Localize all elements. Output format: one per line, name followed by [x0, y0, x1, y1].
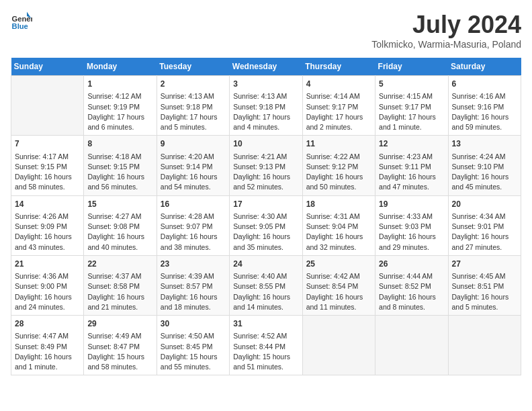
day-info: Sunrise: 4:22 AM Sunset: 9:12 PM Dayligh…	[306, 152, 371, 193]
day-info: Sunrise: 4:36 AM Sunset: 9:00 PM Dayligh…	[15, 271, 80, 312]
day-number: 6	[452, 79, 517, 90]
day-number: 3	[233, 79, 298, 90]
day-number: 7	[15, 138, 80, 150]
calendar-cell: 17Sunrise: 4:30 AM Sunset: 9:05 PM Dayli…	[230, 195, 302, 255]
calendar-week-row: 7Sunrise: 4:17 AM Sunset: 9:15 PM Daylig…	[11, 136, 521, 195]
day-info: Sunrise: 4:23 AM Sunset: 9:11 PM Dayligh…	[379, 152, 444, 193]
calendar-cell	[11, 76, 84, 136]
day-info: Sunrise: 4:13 AM Sunset: 9:18 PM Dayligh…	[233, 91, 298, 132]
calendar-cell: 4Sunrise: 4:14 AM Sunset: 9:17 PM Daylig…	[302, 76, 375, 136]
calendar-cell: 14Sunrise: 4:26 AM Sunset: 9:09 PM Dayli…	[11, 195, 84, 255]
calendar-cell: 13Sunrise: 4:24 AM Sunset: 9:10 PM Dayli…	[448, 136, 521, 195]
day-number: 4	[306, 79, 371, 90]
day-info: Sunrise: 4:14 AM Sunset: 9:17 PM Dayligh…	[306, 91, 371, 132]
day-info: Sunrise: 4:50 AM Sunset: 8:45 PM Dayligh…	[161, 331, 226, 372]
day-number: 2	[161, 79, 226, 90]
calendar-cell	[448, 316, 521, 375]
calendar-cell: 31Sunrise: 4:52 AM Sunset: 8:44 PM Dayli…	[230, 316, 302, 375]
calendar-cell: 15Sunrise: 4:27 AM Sunset: 9:08 PM Dayli…	[84, 195, 157, 255]
calendar-cell: 11Sunrise: 4:22 AM Sunset: 9:12 PM Dayli…	[302, 136, 375, 195]
day-number: 15	[87, 199, 152, 210]
day-info: Sunrise: 4:27 AM Sunset: 9:08 PM Dayligh…	[87, 212, 152, 253]
calendar-cell: 30Sunrise: 4:50 AM Sunset: 8:45 PM Dayli…	[157, 316, 229, 375]
day-info: Sunrise: 4:17 AM Sunset: 9:15 PM Dayligh…	[15, 152, 80, 193]
day-info: Sunrise: 4:52 AM Sunset: 8:44 PM Dayligh…	[233, 331, 298, 372]
calendar-cell: 22Sunrise: 4:37 AM Sunset: 8:58 PM Dayli…	[84, 255, 157, 315]
day-info: Sunrise: 4:15 AM Sunset: 9:17 PM Dayligh…	[379, 91, 444, 132]
day-info: Sunrise: 4:21 AM Sunset: 9:13 PM Dayligh…	[233, 152, 298, 193]
day-info: Sunrise: 4:39 AM Sunset: 8:57 PM Dayligh…	[161, 271, 226, 312]
calendar-cell: 21Sunrise: 4:36 AM Sunset: 9:00 PM Dayli…	[11, 255, 84, 315]
day-info: Sunrise: 4:28 AM Sunset: 9:07 PM Dayligh…	[161, 212, 226, 253]
calendar-cell: 6Sunrise: 4:16 AM Sunset: 9:16 PM Daylig…	[448, 76, 521, 136]
day-info: Sunrise: 4:30 AM Sunset: 9:05 PM Dayligh…	[233, 212, 298, 253]
day-number: 9	[161, 138, 226, 150]
calendar-cell: 7Sunrise: 4:17 AM Sunset: 9:15 PM Daylig…	[11, 136, 84, 195]
day-info: Sunrise: 4:16 AM Sunset: 9:16 PM Dayligh…	[452, 91, 517, 132]
day-number: 18	[306, 199, 371, 210]
day-info: Sunrise: 4:24 AM Sunset: 9:10 PM Dayligh…	[452, 152, 517, 193]
day-header-monday: Monday	[84, 58, 157, 76]
location-subtitle: Tolkmicko, Warmia-Masuria, Poland	[371, 39, 521, 50]
calendar-header-row: SundayMondayTuesdayWednesdayThursdayFrid…	[11, 58, 521, 76]
calendar-cell: 18Sunrise: 4:31 AM Sunset: 9:04 PM Dayli…	[302, 195, 375, 255]
day-info: Sunrise: 4:37 AM Sunset: 8:58 PM Dayligh…	[87, 271, 152, 312]
day-number: 5	[379, 79, 444, 90]
day-number: 23	[161, 259, 226, 270]
day-number: 26	[379, 259, 444, 270]
day-header-sunday: Sunday	[11, 58, 84, 76]
calendar-cell: 20Sunrise: 4:34 AM Sunset: 9:01 PM Dayli…	[448, 195, 521, 255]
day-info: Sunrise: 4:34 AM Sunset: 9:01 PM Dayligh…	[452, 212, 517, 253]
day-info: Sunrise: 4:47 AM Sunset: 8:49 PM Dayligh…	[15, 331, 80, 372]
day-number: 13	[452, 138, 517, 150]
calendar-cell: 19Sunrise: 4:33 AM Sunset: 9:03 PM Dayli…	[375, 195, 448, 255]
day-info: Sunrise: 4:13 AM Sunset: 9:18 PM Dayligh…	[161, 91, 226, 132]
day-number: 20	[452, 199, 517, 210]
svg-text:Blue: Blue	[12, 22, 28, 30]
day-number: 16	[161, 199, 226, 210]
calendar-cell: 1Sunrise: 4:12 AM Sunset: 9:19 PM Daylig…	[84, 76, 157, 136]
day-info: Sunrise: 4:44 AM Sunset: 8:52 PM Dayligh…	[379, 271, 444, 312]
day-number: 24	[233, 259, 298, 270]
day-info: Sunrise: 4:12 AM Sunset: 9:19 PM Dayligh…	[87, 91, 152, 132]
month-title: July 2024	[371, 11, 521, 39]
day-number: 25	[306, 259, 371, 270]
day-number: 11	[306, 138, 371, 150]
day-number: 14	[15, 199, 80, 210]
calendar-cell: 8Sunrise: 4:18 AM Sunset: 9:15 PM Daylig…	[84, 136, 157, 195]
day-number: 21	[15, 259, 80, 270]
calendar-table: SundayMondayTuesdayWednesdayThursdayFrid…	[11, 58, 521, 375]
calendar-cell: 16Sunrise: 4:28 AM Sunset: 9:07 PM Dayli…	[157, 195, 229, 255]
calendar-cell: 2Sunrise: 4:13 AM Sunset: 9:18 PM Daylig…	[157, 76, 229, 136]
day-number: 29	[87, 318, 152, 330]
day-header-tuesday: Tuesday	[157, 58, 229, 76]
day-number: 10	[233, 138, 298, 150]
calendar-cell: 23Sunrise: 4:39 AM Sunset: 8:57 PM Dayli…	[157, 255, 229, 315]
calendar-cell: 3Sunrise: 4:13 AM Sunset: 9:18 PM Daylig…	[230, 76, 302, 136]
day-header-wednesday: Wednesday	[230, 58, 302, 76]
day-info: Sunrise: 4:18 AM Sunset: 9:15 PM Dayligh…	[87, 152, 152, 193]
day-info: Sunrise: 4:31 AM Sunset: 9:04 PM Dayligh…	[306, 212, 371, 253]
day-number: 17	[233, 199, 298, 210]
calendar-cell: 10Sunrise: 4:21 AM Sunset: 9:13 PM Dayli…	[230, 136, 302, 195]
page-header: General Blue July 2024 Tolkmicko, Warmia…	[11, 11, 521, 50]
day-header-friday: Friday	[375, 58, 448, 76]
logo-icon: General Blue	[11, 11, 32, 32]
calendar-cell: 5Sunrise: 4:15 AM Sunset: 9:17 PM Daylig…	[375, 76, 448, 136]
day-number: 8	[87, 138, 152, 150]
logo: General Blue	[11, 11, 32, 32]
calendar-week-row: 14Sunrise: 4:26 AM Sunset: 9:09 PM Dayli…	[11, 195, 521, 255]
calendar-cell: 24Sunrise: 4:40 AM Sunset: 8:55 PM Dayli…	[230, 255, 302, 315]
day-info: Sunrise: 4:20 AM Sunset: 9:14 PM Dayligh…	[161, 152, 226, 193]
day-info: Sunrise: 4:45 AM Sunset: 8:51 PM Dayligh…	[452, 271, 517, 312]
day-number: 1	[87, 79, 152, 90]
day-number: 22	[87, 259, 152, 270]
title-section: July 2024 Tolkmicko, Warmia-Masuria, Pol…	[371, 11, 521, 50]
calendar-cell	[302, 316, 375, 375]
day-number: 31	[233, 318, 298, 330]
calendar-cell	[375, 316, 448, 375]
day-header-saturday: Saturday	[448, 58, 521, 76]
calendar-cell: 25Sunrise: 4:42 AM Sunset: 8:54 PM Dayli…	[302, 255, 375, 315]
calendar-week-row: 28Sunrise: 4:47 AM Sunset: 8:49 PM Dayli…	[11, 316, 521, 375]
calendar-week-row: 1Sunrise: 4:12 AM Sunset: 9:19 PM Daylig…	[11, 76, 521, 136]
